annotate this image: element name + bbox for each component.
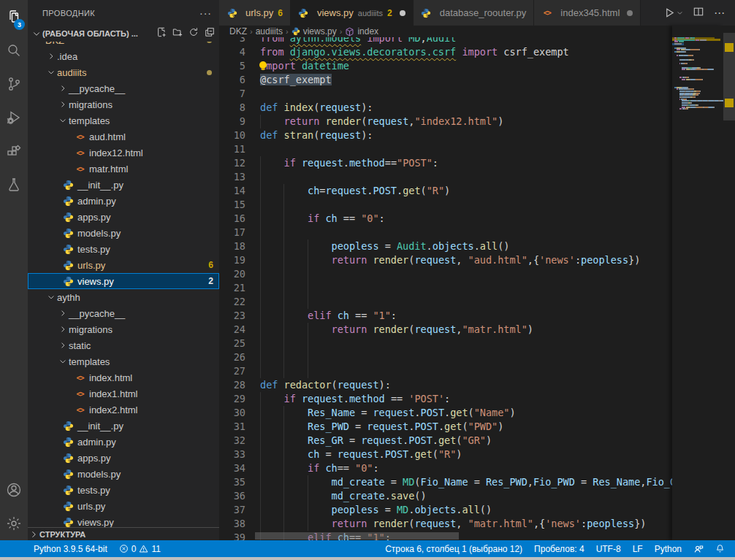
line-number: 20	[219, 267, 245, 281]
minimap-line	[674, 94, 698, 96]
tree-item-apps.py[interactable]: apps.py	[28, 450, 219, 466]
line-number: 37	[219, 503, 245, 517]
tree-item-models.py[interactable]: models.py	[28, 225, 219, 241]
code-line-21: 21	[219, 281, 672, 295]
python-file-icon	[63, 228, 74, 239]
status-problems[interactable]: 011	[113, 544, 167, 554]
tab-views.py[interactable]: views.pyaudiiits2	[291, 0, 414, 26]
refresh-icon[interactable]	[188, 27, 199, 40]
lightbulb-icon[interactable]	[259, 61, 267, 70]
tree-item-static[interactable]: static	[28, 337, 219, 353]
status-notifications[interactable]	[709, 544, 731, 553]
tree-item-admin.py[interactable]: admin.py	[28, 193, 219, 209]
tree-item-__pycache__[interactable]: __pycache__	[28, 305, 219, 321]
breadcrumb-index[interactable]: index	[345, 26, 378, 37]
tree-item-models.py[interactable]: models.py	[28, 466, 219, 482]
status-encoding[interactable]: UTF-8	[590, 544, 627, 554]
tree-item-matr.html[interactable]: <>matr.html	[28, 161, 219, 177]
code-line-26: 26	[219, 350, 672, 364]
code-line-12: 12 if request.method=="POST":	[219, 156, 672, 170]
tree-item-index.html[interactable]: <>index.html	[28, 369, 219, 386]
python-file-icon	[63, 469, 74, 480]
code-line-3: 3from aythh.models import MD,Audit	[219, 37, 672, 45]
tree-item-urls.py[interactable]: urls.py6	[28, 257, 219, 273]
activitybar-account-icon[interactable]	[0, 473, 28, 507]
breadcrumb-audiiits[interactable]: audiiits	[256, 26, 283, 37]
code-line-35: 35 md_create = MD(Fio_Name = Res_PWD,Fio…	[219, 475, 672, 489]
line-number: 4	[219, 45, 245, 59]
line-number: 31	[219, 420, 245, 434]
code-line-8: 8def index(request):	[219, 101, 672, 115]
more-actions-icon[interactable]: ⋯	[714, 7, 725, 20]
breadcrumb: DKZ›audiiits› views.py›index	[219, 26, 735, 37]
collapse-all-icon[interactable]	[205, 27, 215, 40]
tree-item-templates[interactable]: templates	[28, 353, 219, 369]
tree-item-index12.html[interactable]: <>index12.html	[28, 145, 219, 161]
activitybar-run-and-debug-icon[interactable]	[0, 101, 28, 134]
tree-item-migrations[interactable]: migrations	[28, 96, 219, 112]
tree-item-audiiits[interactable]: audiiits	[28, 64, 219, 80]
tree-item-index1.html[interactable]: <>index1.html	[28, 386, 219, 402]
modified-dot-icon[interactable]	[627, 10, 633, 16]
breadcrumb-DKZ[interactable]: DKZ	[229, 26, 247, 37]
status-feedback[interactable]	[688, 544, 709, 554]
activitybar-testing-icon[interactable]	[0, 168, 28, 202]
run-python-file-button[interactable]	[664, 7, 683, 18]
python-file-icon	[63, 260, 74, 271]
line-number: 8	[219, 101, 245, 115]
code-line-27: 27	[219, 364, 672, 378]
tree-item-apps.py[interactable]: apps.py	[28, 209, 219, 225]
tree-item-aythh[interactable]: aythh	[28, 289, 219, 305]
sidebar-title: ПРОВОДНИК	[42, 9, 95, 18]
activitybar-extensions-icon[interactable]	[0, 134, 28, 168]
tree-item-aud.html[interactable]: <>aud.html	[28, 129, 219, 145]
vertical-scrollbar[interactable]	[723, 26, 735, 540]
tab-urls.py[interactable]: urls.py6	[219, 0, 291, 26]
tree-item-__pycache__[interactable]: __pycache__	[28, 80, 219, 96]
tree-item-urls.py[interactable]: urls.py	[28, 498, 219, 514]
workspace-section-header[interactable]: (РАБОЧАЯ ОБЛАСТЬ) ...	[28, 26, 219, 42]
line-number: 10	[219, 129, 245, 142]
status-eol[interactable]: LF	[627, 544, 649, 554]
tree-item-.idea[interactable]: .idea	[28, 48, 219, 64]
code-editor[interactable]: 3from aythh.models import MD,Audit4from …	[219, 37, 672, 540]
new-folder-icon[interactable]	[172, 27, 183, 40]
status-indentation[interactable]: Пробелов: 4	[528, 544, 590, 554]
line-number: 28	[219, 378, 245, 392]
tree-item-index2.html[interactable]: <>index2.html	[28, 402, 219, 418]
chevron-down-icon	[31, 29, 42, 38]
sidebar-title-row: ПРОВОДНИК ···	[28, 0, 219, 26]
new-file-icon[interactable]	[156, 27, 167, 40]
tree-item-tests.py[interactable]: tests.py	[28, 482, 219, 498]
tree-item-templates[interactable]: templates	[28, 112, 219, 129]
tree-item-__init__.py[interactable]: __init__.py	[28, 418, 219, 434]
tree-item-migrations[interactable]: migrations	[28, 321, 219, 337]
status-python-interpreter[interactable]: Python 3.9.5 64-bit	[28, 544, 113, 554]
tab-index345.html[interactable]: <>index345.html	[534, 0, 641, 26]
outline-section-header[interactable]: СТРУКТУРА	[28, 527, 219, 540]
tree-item-tests.py[interactable]: tests.py	[28, 241, 219, 257]
activitybar-source-control-icon[interactable]	[0, 67, 28, 101]
split-editor-button[interactable]	[693, 7, 704, 20]
modified-dot-icon[interactable]	[400, 10, 405, 16]
tree-item-admin.py[interactable]: admin.py	[28, 434, 219, 450]
status-cursor-position[interactable]: Строка 6, столбец 1 (выбрано 12)	[379, 544, 528, 554]
html-file-icon: <>	[75, 131, 85, 142]
minimap-line	[674, 43, 682, 45]
breadcrumb-views.py[interactable]: views.py	[292, 26, 337, 37]
activitybar-explorer-icon[interactable]: 3	[0, 0, 28, 34]
activitybar-settings-gear-icon[interactable]	[0, 507, 28, 540]
horizontal-scrollbar[interactable]	[219, 532, 672, 540]
status-language-mode[interactable]: Python	[649, 544, 688, 554]
tree-item-views.py[interactable]: views.py2	[28, 273, 219, 289]
code-line-25: 25	[219, 337, 672, 350]
line-number: 14	[219, 184, 245, 198]
activitybar-search-icon[interactable]	[0, 34, 28, 67]
code-line-16: 16 if ch == "0":	[219, 212, 672, 226]
views-and-more-actions-icon[interactable]: ···	[199, 7, 212, 19]
minimap[interactable]	[672, 26, 723, 540]
code-line-5: 5import datetime	[219, 59, 672, 73]
tree-item-__init__.py[interactable]: __init__.py	[28, 177, 219, 193]
python-file-icon	[226, 7, 237, 18]
tab-database_roouter.py[interactable]: database_roouter.py	[414, 0, 535, 26]
